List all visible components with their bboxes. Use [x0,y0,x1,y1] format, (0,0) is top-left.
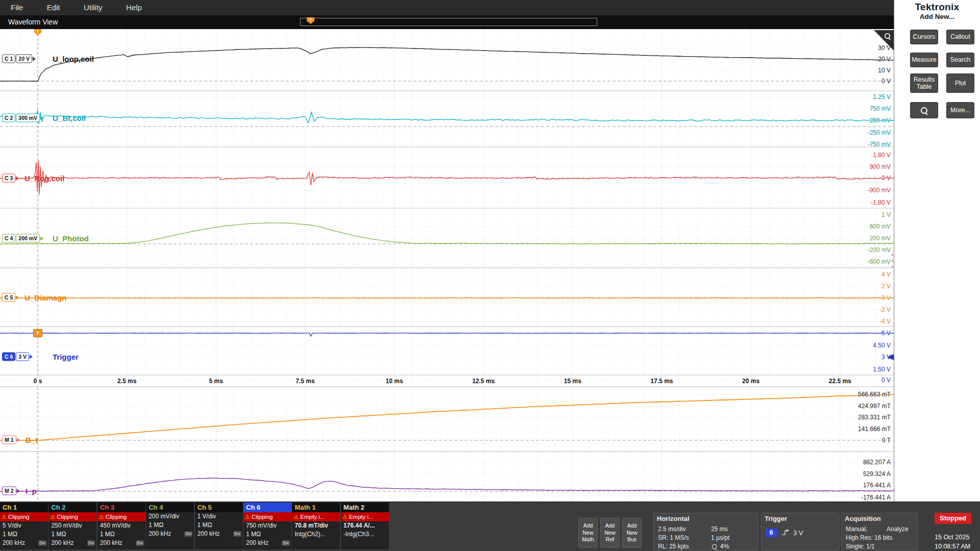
scale-label-c1: 10 V [878,67,891,74]
cursors-button[interactable]: Cursors [910,30,938,44]
channel-box-math-1[interactable]: Math 1⚠Empty i...70.8 mT/divIntg(Ch2)... [292,503,340,549]
channel-badge-c1[interactable]: C 120 V [2,55,36,63]
lane-label-c3[interactable]: U_Rog,coil [24,174,64,183]
trigger-source-badge[interactable]: 6 [766,529,777,537]
channel-setting-row: 250 mV/div [48,521,96,530]
menu-edit[interactable]: Edit [36,0,71,15]
channel-badge-c4[interactable]: C 4200 mV [2,234,43,243]
waveform-view[interactable]: 30 V20 V10 V0 VU_loop,coilC 120 V1.25 V7… [0,29,894,502]
channel-box-math-2[interactable]: Math 2⚠Empty i...176.44 A/...-Intg(Ch3..… [341,503,389,549]
run-stop-button[interactable]: Stopped [935,513,971,524]
channel-header[interactable]: Ch 3 [97,503,145,512]
channel-setting-row: 1 MΩ [97,530,145,539]
channel-badge-c6[interactable]: C 63 V [2,353,33,361]
plot-button[interactable]: Plot [946,73,974,93]
badge-arrow-icon [33,57,36,61]
scale-label-m2: -176.441 A [861,494,891,501]
acquisition-analyze[interactable]: Analyze [887,525,909,533]
channel-badge-m1[interactable]: M 1 [2,436,20,444]
menu-utility[interactable]: Utility [73,0,113,15]
channel-setting-row: 5 V/div [0,521,48,530]
trigger-level-marker-icon[interactable] [887,354,894,360]
bandwidth-icon: Bw [233,531,241,537]
trigger-position-flag-icon[interactable]: T [307,17,314,24]
horizontal-position-indicator[interactable]: T [300,18,597,26]
channel-badge-c2[interactable]: C 2300 mV [2,114,43,122]
channel-header[interactable]: Ch 2 [48,503,96,512]
acquisition-mode: Manual, [846,525,868,533]
channel-badge-c5[interactable]: C 5 [2,293,19,302]
lane-label-c4[interactable]: U_Photod [53,234,89,243]
scale-label-c6: 4.50 V [873,342,891,349]
zoom-button[interactable] [910,102,938,118]
menu-file[interactable]: File [0,0,34,15]
channel-badge-c3[interactable]: C 3 [2,174,19,183]
channel-box-ch-1[interactable]: Ch 1⚠Clipping5 V/div1 MΩ200 kHzBw [0,503,48,549]
add-new-ref-button[interactable]: Add New Ref [600,518,620,548]
channel-box-ch-6[interactable]: Ch 6⚠Clipping750 mV/div1 MΩ200 kHzBw [243,503,291,549]
warning-text: Clipping [252,514,273,520]
tab-waveform-view[interactable]: Waveform View [8,15,58,29]
channel-setting-row: 200 kHzBw [146,530,194,538]
channel-box-ch-2[interactable]: Ch 2⚠Clipping250 mV/div1 MΩ200 kHzBw [48,503,96,549]
add-new-math-button[interactable]: Add New Math [578,518,598,548]
lane-label-c1[interactable]: U_loop,coil [53,55,94,63]
scale-label-m2: 529.324 A [863,470,891,478]
lane-label-c5[interactable]: U_Diamagn [24,293,67,302]
badge-box[interactable]: 3 V [16,353,29,361]
channel-header[interactable]: Math 2 [341,503,389,512]
lane-label-m2[interactable]: I_p [26,487,37,495]
badge-box[interactable]: 20 V [16,55,32,63]
time-axis-label: 2.5 ms [116,378,138,385]
trigger-panel[interactable]: Trigger 6 3 V [761,513,839,550]
channel-header[interactable]: Ch 4 [146,503,194,512]
sample-interval: 1 µs/pt [711,534,729,541]
channel-box-ch-4[interactable]: Ch 4200 mV/div1 MΩ200 kHzBw [146,503,194,549]
more-button[interactable]: More... [946,102,974,118]
scale-label-m1: 0 T [882,437,891,444]
acquisition-title: Acquisition [845,515,917,522]
badge-box[interactable]: M 1 [2,436,16,444]
menu-help[interactable]: Help [115,0,153,15]
badge-box[interactable]: 300 mV [16,114,40,122]
scale-label-m1: 424.997 mT [858,403,891,410]
bandwidth-icon: Bw [136,540,144,546]
right-sidebar: Tektronix Add New... Cursors Callout Mea… [894,0,980,502]
acquisition-single: Single: 1/1 [846,543,875,550]
results-table-button[interactable]: Results Table [910,73,938,93]
channel-header[interactable]: Ch 5 [195,503,243,512]
measure-button[interactable]: Measure [910,53,938,67]
lane-label-c6[interactable]: Trigger [53,353,79,361]
lane-label-c2[interactable]: U_Bt,coil [53,114,86,122]
trigger-source-marker[interactable]: T [33,329,42,337]
badge-box[interactable]: C 6 [2,353,15,361]
badge-box[interactable]: C 2 [2,114,15,122]
scale-label-m1: 283.331 mT [858,414,891,421]
warning-icon: ⚠ [99,514,104,520]
search-button[interactable]: Search [946,53,974,67]
scale-label-c6: 0 V [881,377,891,384]
channel-header[interactable]: Ch 6 [243,503,291,512]
badge-box[interactable]: C 5 [2,293,15,302]
warning-strip: ⚠Clipping [0,512,48,521]
channel-box-ch-5[interactable]: Ch 51 V/div1 MΩ200 kHzBw [195,503,243,549]
sample-rate: SR: 1 MS/s [658,534,689,541]
horizontal-panel[interactable]: Horizontal 2.5 ms/div 25 ms SR: 1 MS/s 1… [653,513,758,550]
channel-badge-m2[interactable]: M 2 [2,487,20,495]
badge-box[interactable]: C 4 [2,234,15,243]
channel-box-ch-3[interactable]: Ch 3⚠Clipping450 mV/div1 MΩ200 kHzBw [97,503,145,549]
add-new-bus-button[interactable]: Add New Bus [622,518,642,548]
channel-setting-row: 200 mV/div [146,512,194,521]
badge-box[interactable]: C 1 [2,55,15,63]
callout-button[interactable]: Callout [946,30,974,44]
badge-box[interactable]: M 2 [2,487,16,495]
scale-label-m2: 176.441 A [863,482,891,489]
badge-box[interactable]: C 3 [2,174,15,183]
channel-header[interactable]: Ch 1 [0,503,48,512]
lane-label-m1[interactable]: B_t [26,436,38,444]
channel-header[interactable]: Math 1 [292,503,340,512]
panel-splitter-handle[interactable] [892,254,894,267]
badge-box[interactable]: 200 mV [16,234,40,243]
acquisition-panel[interactable]: Acquisition Manual, Analyze High Res: 16… [841,513,918,550]
channel-setting-row: 200 kHzBw [243,539,291,547]
